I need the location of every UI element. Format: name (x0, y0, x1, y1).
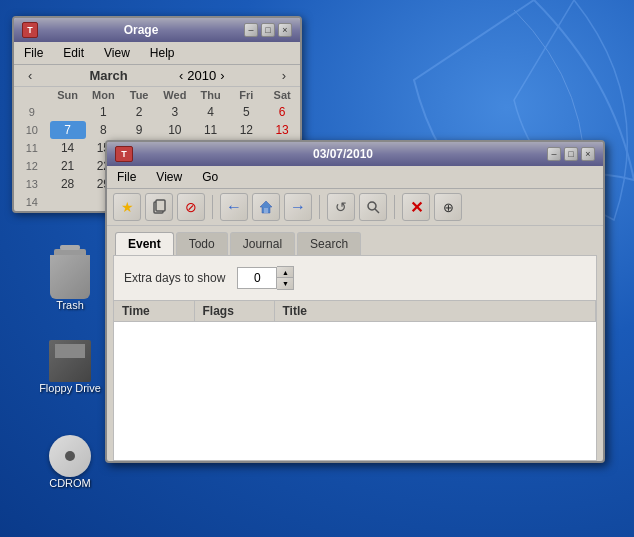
cal-day[interactable]: 9 (121, 121, 157, 139)
cal-day[interactable]: 5 (229, 103, 265, 121)
tab-journal[interactable]: Journal (230, 232, 295, 255)
spinner-down-button[interactable]: ▼ (277, 278, 293, 289)
week-num-10: 10 (14, 121, 50, 139)
event-menu-file[interactable]: File (111, 168, 142, 186)
cal-day[interactable]: 21 (50, 157, 86, 175)
orage-menu-help[interactable]: Help (144, 44, 181, 62)
col-sun: Sun (50, 87, 86, 103)
extra-days-input[interactable] (237, 267, 277, 289)
cal-day[interactable]: 3 (157, 103, 193, 121)
cal-day[interactable]: 6 (264, 103, 300, 121)
event-close-button[interactable]: × (581, 147, 595, 161)
year-nav: ‹ 2010 › (179, 68, 225, 83)
cal-day[interactable]: 12 (229, 121, 265, 139)
week-num-9: 9 (14, 103, 50, 121)
cal-day[interactable]: 1 (86, 103, 122, 121)
event-table-container: Time Flags Title (113, 301, 597, 461)
spinner-arrows: ▲ ▼ (277, 266, 294, 290)
event-toolbar: ★ ⊘ ← → ↺ ✕ ⊕ (107, 189, 603, 226)
orage-window-buttons: – □ × (244, 23, 292, 37)
cal-day[interactable]: 13 (264, 121, 300, 139)
extra-days-row: Extra days to show ▲ ▼ (124, 266, 586, 290)
next-year-button[interactable]: › (220, 68, 224, 83)
cdrom-label: CDROM (49, 477, 91, 489)
cal-day[interactable]: 28 (50, 175, 86, 193)
event-title-icon: T (115, 146, 133, 162)
tab-event[interactable]: Event (115, 232, 174, 255)
orage-maximize-button[interactable]: □ (261, 23, 275, 37)
floppy-desktop-icon[interactable]: Floppy Drive (30, 340, 110, 394)
back-button[interactable]: ← (220, 193, 248, 221)
orage-menu-view[interactable]: View (98, 44, 136, 62)
event-minimize-button[interactable]: – (547, 147, 561, 161)
orage-menu-bar: File Edit View Help (14, 42, 300, 65)
orage-close-button[interactable]: × (278, 23, 292, 37)
calendar-month: March (89, 68, 127, 83)
event-window-title: 03/07/2010 (139, 147, 547, 161)
tab-todo[interactable]: Todo (176, 232, 228, 255)
orage-minimize-button[interactable]: – (244, 23, 258, 37)
svg-line-5 (375, 209, 379, 213)
copy-button[interactable] (145, 193, 173, 221)
col-sat: Sat (264, 87, 300, 103)
cal-day[interactable] (50, 103, 86, 121)
trash-desktop-icon[interactable]: Trash (30, 255, 110, 311)
cal-day[interactable]: 8 (86, 121, 122, 139)
calendar-year: 2010 (187, 68, 216, 83)
week-num-header (14, 87, 50, 103)
forward-button[interactable]: → (284, 193, 312, 221)
col-mon: Mon (86, 87, 122, 103)
col-tue: Tue (121, 87, 157, 103)
col-thu: Thu (193, 87, 229, 103)
delete-button[interactable]: ⊘ (177, 193, 205, 221)
calendar-nav: ‹ March ‹ 2010 › › (14, 65, 300, 87)
week-num-11: 11 (14, 139, 50, 157)
prev-month-button[interactable]: ‹ (22, 68, 38, 83)
spinner-up-button[interactable]: ▲ (277, 267, 293, 278)
refresh-button[interactable]: ↺ (327, 193, 355, 221)
event-tab-content: Extra days to show ▲ ▼ (113, 255, 597, 301)
orage-titlebar: T Orage – □ × (14, 18, 300, 42)
week-num-12: 12 (14, 157, 50, 175)
col-fri: Fri (229, 87, 265, 103)
cal-day[interactable]: 10 (157, 121, 193, 139)
find-button[interactable] (359, 193, 387, 221)
cal-day[interactable] (50, 193, 86, 211)
event-window-buttons: – □ × (547, 147, 595, 161)
cdrom-desktop-icon[interactable]: CDROM (30, 435, 110, 489)
cal-day[interactable]: 4 (193, 103, 229, 121)
col-title: Title (274, 301, 596, 322)
extra-days-label: Extra days to show (124, 271, 225, 285)
event-menu-go[interactable]: Go (196, 168, 224, 186)
floppy-icon (49, 340, 91, 382)
toolbar-sep-1 (212, 195, 213, 219)
prev-year-button[interactable]: ‹ (179, 68, 183, 83)
event-maximize-button[interactable]: □ (564, 147, 578, 161)
zoom-button[interactable]: ⊕ (434, 193, 462, 221)
event-menu-bar: File View Go (107, 166, 603, 189)
orage-menu-edit[interactable]: Edit (57, 44, 90, 62)
cal-day-today[interactable]: 7 (50, 121, 86, 139)
cal-day[interactable]: 14 (50, 139, 86, 157)
week-num-13: 13 (14, 175, 50, 193)
cal-day[interactable]: 2 (121, 103, 157, 121)
table-row: 10 7 8 9 10 11 12 13 (14, 121, 300, 139)
close-red-button[interactable]: ✕ (402, 193, 430, 221)
trash-label: Trash (56, 299, 84, 311)
col-time: Time (114, 301, 194, 322)
event-window: T 03/07/2010 – □ × File View Go ★ ⊘ ← → (105, 140, 605, 463)
tab-search[interactable]: Search (297, 232, 361, 255)
extra-days-spinner[interactable]: ▲ ▼ (237, 266, 294, 290)
home-button[interactable] (252, 193, 280, 221)
svg-rect-3 (264, 208, 268, 213)
cdrom-icon (49, 435, 91, 477)
orage-title-icon: T (22, 22, 38, 38)
cal-day[interactable]: 11 (193, 121, 229, 139)
orage-menu-file[interactable]: File (18, 44, 49, 62)
new-event-button[interactable]: ★ (113, 193, 141, 221)
trash-icon (50, 255, 90, 299)
event-menu-view[interactable]: View (150, 168, 188, 186)
table-header-row: Time Flags Title (114, 301, 596, 322)
next-month-button[interactable]: › (276, 68, 292, 83)
toolbar-sep-2 (319, 195, 320, 219)
